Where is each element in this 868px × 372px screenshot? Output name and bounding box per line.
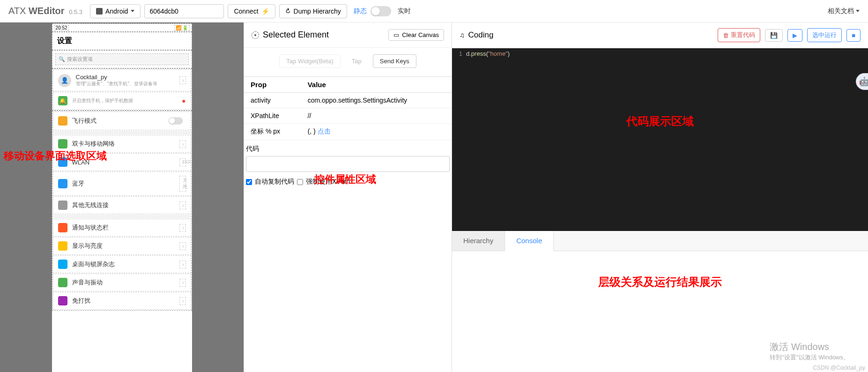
item-label: 双卡与移动网络	[72, 140, 175, 148]
device-id-input[interactable]	[144, 4, 224, 18]
code-editor[interactable]: 1 d.press("home") 代码展示区域	[452, 48, 868, 231]
list-item[interactable]: 其他无线连接›	[53, 196, 191, 214]
clear-label: Clear Canvas	[402, 31, 439, 38]
reset-label: 重置代码	[731, 31, 755, 39]
annotation-code: 代码展示区域	[626, 114, 694, 129]
clear-canvas-button[interactable]: ▭ Clear Canvas	[388, 29, 444, 41]
status-icons: 📶 🔋	[174, 25, 190, 31]
search-placeholder: 搜索设置项	[67, 56, 93, 63]
security-item[interactable]: 🔔 开启查找手机，保护手机数据 ●	[53, 92, 191, 110]
brand-name: WEditor	[29, 6, 65, 16]
prop-name: 坐标 % px	[244, 124, 301, 140]
click-link[interactable]: 点击	[318, 127, 331, 135]
auto-copy-label: 自动复制代码	[255, 178, 294, 186]
account-name: Cocktail_py	[76, 74, 175, 81]
prop-name: XPathLite	[244, 108, 301, 124]
platform-select[interactable]: Android	[90, 4, 141, 18]
tab-console[interactable]: Console	[505, 231, 554, 251]
item-icon	[58, 201, 67, 210]
search-box[interactable]: 🔍 搜索设置项	[55, 53, 189, 65]
bottom-tabs: Hierarchy Console	[452, 231, 868, 251]
selected-header: Selected Element ▭ Clear Canvas	[244, 22, 452, 48]
item-label: 通知与状态栏	[72, 223, 175, 232]
watermark-sub: 转到"设置"以激活 Windows。	[770, 353, 849, 362]
chevron-right-icon: ›	[179, 242, 186, 250]
list-item[interactable]: 免打扰›	[53, 292, 191, 310]
annotation-left: 移动设备界面选取区域	[4, 149, 107, 163]
force-xpath-checkbox[interactable]	[297, 179, 303, 185]
item-icon	[58, 241, 67, 251]
android-icon	[96, 8, 103, 15]
security-text: 开启查找手机，保护手机数据	[72, 97, 178, 104]
caret-down-icon	[131, 10, 134, 12]
line-number: 1	[452, 50, 466, 57]
chevron-right-icon: ›	[179, 201, 186, 209]
chevron-right-icon: ›	[179, 224, 186, 232]
chevron-right-icon: ›	[179, 76, 186, 84]
list-item[interactable]: 显示与亮度›	[53, 237, 191, 255]
run-selected-button[interactable]: 选中运行	[807, 28, 842, 42]
watermark-title: 激活 Windows	[770, 341, 849, 353]
prop-name: activity	[244, 93, 301, 108]
reload-icon: ↻	[283, 7, 293, 16]
phone-frame[interactable]: 20:52 📶 🔋 设置 🔍 搜索设置项 👤 Cocktail_py 管理"云服…	[52, 23, 192, 372]
tap-button[interactable]: Tap	[345, 54, 368, 68]
prop-header: Prop	[244, 77, 301, 93]
value-header: Value	[301, 77, 452, 93]
annotation-console: 层级关系及运行结果展示	[461, 275, 859, 290]
code-label: 代码	[244, 140, 452, 156]
item-label: 显示与亮度	[72, 242, 175, 250]
send-keys-button[interactable]: Send Keys	[373, 54, 416, 68]
music-icon	[460, 30, 465, 40]
code-input[interactable]	[246, 156, 450, 172]
prop-row: XPathLite//	[244, 108, 452, 124]
list-item[interactable]: 桌面与锁屏杂志›	[53, 255, 191, 273]
tap-widget-button[interactable]: Tap Widget(Beta)	[279, 54, 340, 68]
platform-label: Android	[105, 7, 128, 15]
prop-row: activitycom.oppo.settings.SettingsActivi…	[244, 93, 452, 108]
prop-value: com.oppo.settings.SettingsActivity	[301, 93, 452, 108]
item-icon	[58, 179, 67, 188]
prop-value: //	[301, 108, 452, 124]
status-text: FFF	[179, 158, 186, 166]
chevron-right-icon: ›	[179, 279, 186, 287]
chevron-right-icon: ›	[179, 260, 186, 268]
reset-code-button[interactable]: 🗑 重置代码	[718, 28, 760, 42]
docs-link[interactable]: 相关文档	[828, 7, 860, 15]
item-icon	[58, 116, 67, 126]
item-label: 声音与振动	[72, 278, 175, 287]
selected-element-panel: Selected Element ▭ Clear Canvas Tap Widg…	[244, 22, 452, 372]
stop-button[interactable]: ■	[846, 29, 861, 42]
list-item[interactable]: 蓝牙关闭	[53, 171, 191, 196]
dump-hierarchy-button[interactable]: ↻ Dump Hierarchy	[279, 4, 347, 18]
list-item[interactable]: 声音与振动›	[53, 274, 191, 291]
item-icon	[58, 139, 67, 149]
connect-button[interactable]: Connect ⚡	[228, 4, 275, 18]
item-icon	[58, 260, 67, 269]
coding-title: Coding	[460, 30, 713, 40]
settings-list: 飞行模式双卡与移动网络›WLANFFF蓝牙关闭其他无线连接›通知与状态栏›显示与…	[52, 111, 192, 311]
save-button[interactable]: 💾	[765, 29, 783, 42]
list-item[interactable]: 通知与状态栏›	[53, 219, 191, 237]
play-button[interactable]: ▶	[787, 29, 802, 42]
credit: CSDN @Cocktail_py	[813, 365, 865, 371]
coding-header: Coding 🗑 重置代码 💾 ▶ 选中运行 ■	[452, 22, 868, 48]
brand-prefix: ATX	[8, 6, 29, 16]
account-item[interactable]: 👤 Cocktail_py 管理"云服务"、"查找手机"、登录设备等 ›	[53, 69, 191, 91]
auto-copy-checkbox[interactable]	[246, 179, 252, 185]
connect-icon: ⚡	[261, 7, 269, 15]
status-bar: 20:52 📶 🔋	[52, 23, 192, 32]
realtime-toggle[interactable]	[371, 6, 391, 16]
search-icon: 🔍	[59, 56, 65, 62]
top-toolbar: ATX WEditor 0.5.3 Android Connect ⚡ ↻ Du…	[0, 0, 868, 22]
alert-icon: ●	[182, 97, 185, 104]
toggle-icon[interactable]	[168, 117, 183, 124]
item-icon	[58, 278, 67, 287]
realtime-label: 实时	[398, 7, 411, 15]
status-text: 关闭	[179, 176, 186, 192]
clear-icon: ▭	[393, 31, 399, 38]
tab-hierarchy[interactable]: Hierarchy	[452, 231, 505, 251]
selected-title-text: Selected Element	[263, 30, 329, 40]
connect-label: Connect	[234, 7, 258, 15]
list-item[interactable]: 飞行模式	[53, 112, 191, 130]
